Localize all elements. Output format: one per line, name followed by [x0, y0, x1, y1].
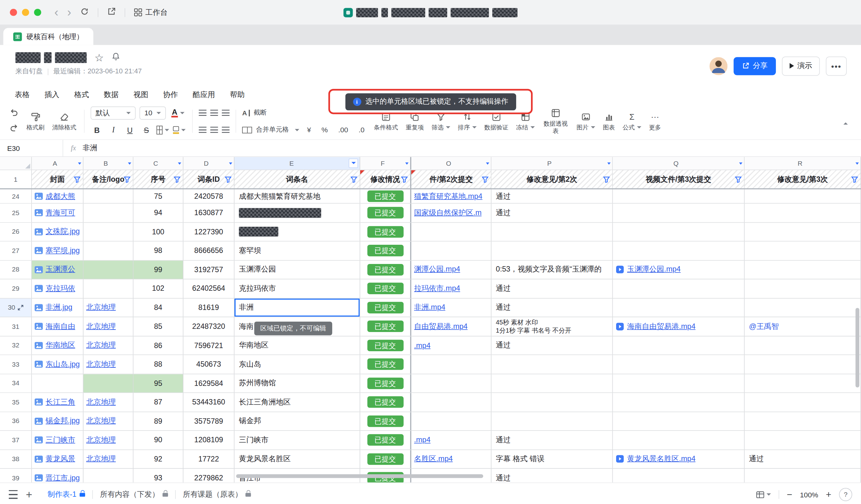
column-filter-indicator[interactable]	[607, 163, 611, 166]
cell-F25[interactable]: 已提交	[360, 204, 411, 222]
back-icon[interactable]: ‹	[54, 6, 58, 18]
cell-C31[interactable]: 85	[133, 317, 183, 335]
cell-D25[interactable]: 1630877	[183, 204, 234, 222]
cell-O35[interactable]	[411, 393, 491, 411]
menu-数据[interactable]: 数据	[104, 90, 119, 100]
star-icon[interactable]: ☆	[95, 52, 104, 63]
toolbar-image-button[interactable]: 图片	[573, 110, 599, 132]
cell-P26[interactable]	[491, 223, 613, 241]
row-header-32[interactable]: 32	[0, 336, 32, 354]
column-filter-dropdown[interactable]	[348, 159, 358, 168]
more-actions-button[interactable]: •••	[826, 56, 847, 75]
cell-F27[interactable]: 已提交	[360, 242, 411, 260]
cell-O29[interactable]: 拉玛依市.mp4	[411, 279, 491, 298]
align-left-icon[interactable]	[199, 127, 206, 132]
cell-E27[interactable]: 塞罕坝	[234, 242, 360, 260]
bold-button[interactable]: B	[91, 124, 103, 136]
cell-R32[interactable]	[745, 336, 861, 354]
forward-icon[interactable]: ›	[67, 6, 71, 18]
header-Q[interactable]: 视频文件/第3次提交	[613, 170, 744, 188]
toolbar-chart-button[interactable]: 图表	[599, 110, 619, 132]
cell-C36[interactable]: 89	[133, 412, 183, 430]
column-R[interactable]: R	[745, 157, 861, 169]
column-O[interactable]: O	[411, 157, 491, 169]
cell-R36[interactable]	[745, 412, 861, 430]
column-filter-indicator[interactable]	[178, 163, 181, 166]
cell-F32[interactable]: 已提交	[360, 336, 411, 354]
cell-B25[interactable]	[83, 204, 134, 222]
cell-P28[interactable]: 0:53，视频文字及音频“玉渊潭的	[491, 261, 613, 279]
cell-D28[interactable]: 3192757	[183, 261, 234, 279]
menu-插入[interactable]: 插入	[44, 90, 59, 100]
vertical-scrollbar[interactable]	[856, 308, 859, 388]
cell-F34[interactable]: 已提交	[360, 374, 411, 392]
menu-酷应用[interactable]: 酷应用	[193, 90, 215, 100]
italic-button[interactable]: I	[107, 124, 120, 136]
cell-A27[interactable]: 塞罕坝.jpg	[32, 242, 83, 260]
cell-A31[interactable]: 海南自由	[32, 317, 83, 335]
cell-Q38[interactable]: 黄龙风景名胜区.mp4	[613, 450, 744, 468]
row-header-24[interactable]: 24	[0, 189, 32, 203]
cell-B28[interactable]	[83, 261, 134, 279]
cell-B30[interactable]: 北京地理	[83, 298, 134, 317]
zoom-out-button[interactable]: −	[787, 490, 792, 499]
zoom-window-button[interactable]	[34, 9, 41, 16]
present-button[interactable]: 演示	[782, 56, 820, 75]
cell-E35[interactable]: 长江三角洲地区	[234, 393, 360, 411]
row-header-31[interactable]: 31	[0, 317, 32, 335]
zoom-level[interactable]: 100%	[800, 490, 818, 499]
cell-C29[interactable]: 102	[133, 279, 183, 298]
row-header-38[interactable]: 38	[0, 450, 32, 468]
column-filter-indicator[interactable]	[739, 163, 742, 166]
cell-F31[interactable]: 已提交	[360, 317, 411, 335]
select-all-corner[interactable]	[0, 157, 32, 169]
cell-F24[interactable]: 已提交	[360, 189, 411, 203]
header-D[interactable]: 词条ID	[183, 170, 234, 188]
cell-O31[interactable]: 自由贸易港.mp4	[411, 317, 491, 335]
cell-C38[interactable]: 92	[133, 450, 183, 468]
valign-middle-icon[interactable]	[210, 110, 218, 116]
cell-F36[interactable]: 已提交	[360, 412, 411, 430]
cell-B26[interactable]	[83, 223, 134, 241]
header-P[interactable]: 修改意见/第2次	[491, 170, 613, 188]
cell-R29[interactable]	[745, 279, 861, 298]
cell-P25[interactable]: 通过	[491, 204, 613, 222]
cell-B36[interactable]: 北京地理	[83, 412, 134, 430]
cell-R34[interactable]	[745, 374, 861, 392]
cell-Q34[interactable]	[613, 374, 744, 392]
cell-C32[interactable]: 86	[133, 336, 183, 354]
cell-E37[interactable]: 三门峡市	[234, 431, 360, 449]
cell-E33[interactable]: 东山岛	[234, 355, 360, 373]
strikethrough-button[interactable]: S	[140, 124, 152, 136]
cell-P37[interactable]: 通过	[491, 431, 613, 449]
column-Q[interactable]: Q	[613, 157, 744, 169]
cell-R28[interactable]	[745, 261, 861, 279]
cell-R37[interactable]	[745, 431, 861, 449]
cell-P30[interactable]: 通过	[491, 298, 613, 317]
cell-O34[interactable]	[411, 374, 491, 392]
column-F[interactable]: F	[360, 157, 411, 169]
menu-帮助[interactable]: 帮助	[230, 90, 245, 100]
cell-D32[interactable]: 7596721	[183, 336, 234, 354]
share-button[interactable]: 分享	[734, 57, 776, 75]
align-right-icon[interactable]	[222, 127, 230, 132]
percent-format-button[interactable]: %	[318, 126, 331, 134]
cell-Q28[interactable]: 玉渊潭公园.mp4	[613, 261, 744, 279]
column-E[interactable]: E	[234, 157, 360, 169]
formula-value[interactable]: 非洲	[83, 143, 97, 153]
cell-C24[interactable]: 75	[133, 189, 183, 203]
cell-A36[interactable]: 锡金邦.jpg	[32, 412, 83, 430]
cell-Q35[interactable]	[613, 393, 744, 411]
cell-F33[interactable]: 已提交	[360, 355, 411, 373]
cell-B27[interactable]	[83, 242, 134, 260]
redo-button[interactable]	[10, 123, 19, 135]
cell-B32[interactable]: 北京地理	[83, 336, 134, 354]
cell-P38[interactable]: 字幕 格式 错误	[491, 450, 613, 468]
minimize-window-button[interactable]	[22, 9, 29, 16]
menu-格式[interactable]: 格式	[74, 90, 89, 100]
sheet-tab-制作表-1[interactable]: 制作表-1	[40, 483, 92, 504]
cell-O37[interactable]: .mp4	[411, 431, 491, 449]
cell-C27[interactable]: 98	[133, 242, 183, 260]
cell-R27[interactable]	[745, 242, 861, 260]
sheet-tab-所有内容（下发）[interactable]: 所有内容（下发）	[93, 483, 175, 504]
